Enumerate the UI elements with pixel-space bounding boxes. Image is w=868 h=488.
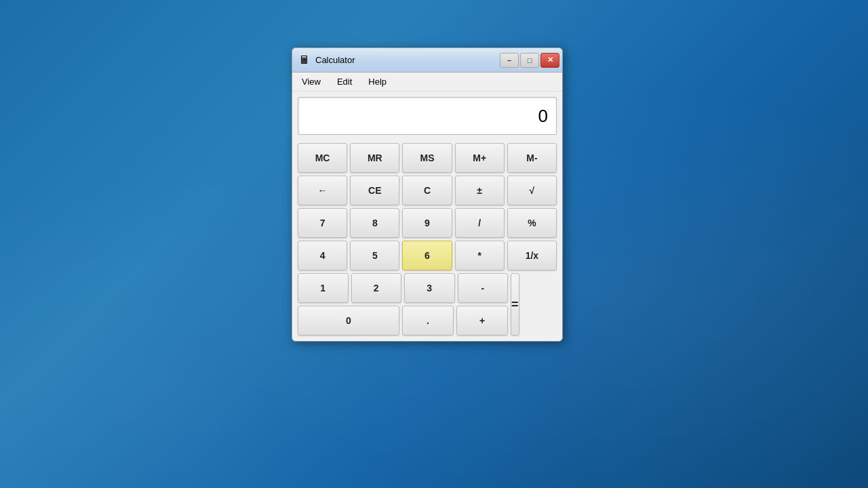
display: 0 [298,97,557,135]
button-divide[interactable]: / [455,208,505,238]
button-5[interactable]: 5 [350,241,399,270]
button-mc[interactable]: MC [298,143,347,173]
calculator-window: 🖩 Calculator – □ ✕ View Edit Help 0 MC M… [292,47,563,342]
button-equals[interactable]: = [511,273,519,336]
button-reciprocal[interactable]: 1/x [507,241,557,270]
window-controls: – □ ✕ [500,53,559,68]
minimize-button[interactable]: – [500,53,519,68]
row5: 1 2 3 - [298,273,508,303]
button-0[interactable]: 0 [298,306,399,336]
menu-bar: View Edit Help [292,73,562,92]
menu-view[interactable]: View [296,75,326,89]
button-3[interactable]: 3 [404,273,455,303]
button-decimal[interactable]: . [402,306,454,336]
button-sqrt[interactable]: √ [507,176,557,205]
button-add[interactable]: + [456,306,508,336]
button-multiply[interactable]: * [455,241,505,270]
display-value: 0 [538,106,548,127]
menu-edit[interactable]: Edit [332,75,357,89]
row3: 7 8 9 / % [298,208,557,238]
button-2[interactable]: 2 [351,273,402,303]
title-bar: 🖩 Calculator – □ ✕ [292,48,562,73]
close-button[interactable]: ✕ [540,53,559,68]
button-ce[interactable]: CE [350,176,399,205]
button-subtract[interactable]: - [458,273,509,303]
button-9[interactable]: 9 [402,208,452,238]
button-backspace[interactable]: ← [298,176,347,205]
row2: ← CE C ± √ [298,176,557,205]
app-icon: 🖩 [298,54,311,67]
row6: 0 . + [298,306,508,336]
button-ms[interactable]: MS [402,143,452,173]
equals-group: = [511,273,557,336]
bottom-left-group: 1 2 3 - 0 . + [298,273,508,336]
button-6[interactable]: 6 [402,241,452,270]
menu-help[interactable]: Help [363,75,392,89]
button-8[interactable]: 8 [350,208,399,238]
button-4[interactable]: 4 [298,241,347,270]
button-grid: MC MR MS M+ M- ← CE C ± √ 7 8 9 / % 4 5 … [292,140,562,341]
button-1[interactable]: 1 [298,273,349,303]
button-mr[interactable]: MR [350,143,399,173]
bottom-rows: 1 2 3 - 0 . + = [298,273,557,336]
button-mminus[interactable]: M- [507,143,557,173]
button-c[interactable]: C [402,176,452,205]
memory-row: MC MR MS M+ M- [298,143,557,173]
window-title: Calculator [315,55,500,65]
button-mplus[interactable]: M+ [455,143,505,173]
button-percent[interactable]: % [507,208,557,238]
button-plusminus[interactable]: ± [455,176,505,205]
maximize-button[interactable]: □ [520,53,539,68]
button-7[interactable]: 7 [298,208,347,238]
row4: 4 5 6 * 1/x [298,241,557,270]
